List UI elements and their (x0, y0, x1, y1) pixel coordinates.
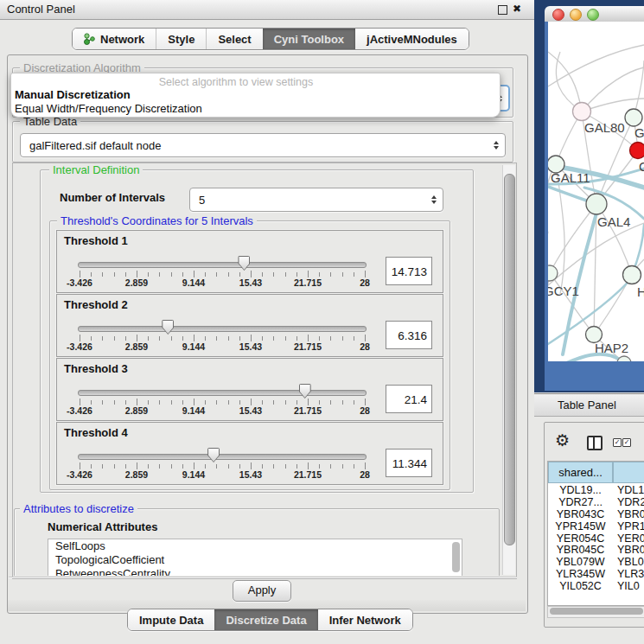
network-node-gal80[interactable] (573, 103, 591, 121)
column-header-name[interactable]: na (613, 462, 644, 483)
slider-tick-label: 2.859 (115, 341, 158, 352)
network-canvas[interactable]: GAL80GACGAL11GAL4GCY1HHAP2 (548, 22, 644, 361)
network-node-c[interactable] (630, 143, 644, 159)
network-window-titlebar[interactable] (545, 6, 644, 22)
table-horizontal-scrollbar[interactable] (547, 606, 644, 618)
form-scrollbar-thumb[interactable] (504, 174, 515, 545)
network-edge[interactable] (582, 67, 644, 112)
number-of-intervals-combobox[interactable]: 5 (189, 188, 443, 212)
slider-track[interactable] (78, 262, 367, 268)
slider-handle[interactable] (299, 384, 311, 399)
table-row[interactable]: YER054CYER0 (548, 532, 644, 545)
form-vertical-scrollbar[interactable] (502, 165, 515, 575)
top-tab-bar: NetworkStyleSelectCyni ToolboxjActiveMNo… (72, 28, 469, 50)
network-node-h[interactable] (623, 266, 641, 284)
table-cell-name[interactable]: YPR1 (613, 520, 644, 532)
table-cell-name[interactable]: YBL0 (613, 556, 644, 568)
checkbox-icon[interactable]: ✓ (622, 438, 631, 447)
slider-handle[interactable] (162, 320, 174, 335)
slider-handle[interactable] (238, 256, 250, 271)
table-row[interactable]: YBR045CYBR0 (548, 544, 644, 556)
slider-tick (262, 272, 263, 277)
table-cell-name[interactable]: YDL1 (613, 484, 644, 496)
slider-tick-label: 28 (343, 341, 386, 352)
threshold-value-field[interactable]: 11.344 (386, 449, 432, 477)
dropdown-option-equal-width-frequency-discretization[interactable]: Equal Width/Frequency Discretization (15, 102, 202, 115)
table-row[interactable]: YBR043CYBR0 (548, 508, 644, 520)
table-cell-name[interactable]: YIL0 (613, 580, 640, 592)
slider-tick (262, 464, 263, 469)
slider-tick (137, 399, 137, 405)
slider-track[interactable] (78, 326, 367, 332)
table-cell-name[interactable]: YDR2 (613, 496, 644, 508)
slider-tick (342, 464, 343, 469)
table-cell-shared-name[interactable]: YDR27... (548, 496, 613, 508)
table-cell-shared-name[interactable]: YLR345W (548, 568, 613, 580)
attribute-list-item[interactable]: BetweennessCentrality (48, 567, 462, 576)
table-row[interactable]: YDL19...YDL1 (548, 484, 644, 496)
split-columns-icon[interactable] (587, 436, 603, 450)
slider-track[interactable] (78, 390, 367, 396)
table-row[interactable]: YDR27...YDR2 (548, 496, 644, 508)
network-edge[interactable] (556, 52, 582, 112)
column-header-shared-name[interactable]: shared... (548, 462, 613, 483)
table-cell-shared-name[interactable]: YBR045C (548, 544, 613, 556)
network-node[interactable] (617, 356, 631, 361)
bottom-tab-infer-network[interactable]: Infer Network (318, 609, 412, 630)
bottom-tab-impute-data[interactable]: Impute Data (128, 609, 214, 630)
tab-label-network: Network (100, 33, 144, 46)
slider-tick (285, 272, 286, 277)
table-cell-shared-name[interactable]: YER054C (548, 532, 613, 545)
table-row[interactable]: YPR145WYPR1 (548, 520, 644, 532)
numerical-attributes-list[interactable]: SelfLoopsTopologicalCoefficientBetweenne… (48, 539, 462, 576)
table-cell-name[interactable]: YBR0 (613, 544, 644, 556)
network-node-gal4[interactable] (586, 194, 607, 214)
slider-tick (171, 336, 172, 341)
apply-button[interactable]: Apply (233, 580, 291, 602)
table-cell-shared-name[interactable]: YIL052C (548, 580, 613, 592)
table-cell-name[interactable]: YLR3 (613, 568, 644, 580)
gear-icon[interactable]: ⚙ (555, 430, 570, 450)
table-cell-shared-name[interactable]: YPR145W (548, 520, 613, 532)
table-cell-name[interactable]: YBR0 (613, 508, 644, 520)
tab-jactivemnodules[interactable]: jActiveMNodules (355, 29, 469, 49)
bottom-tab-discretize-data[interactable]: Discretize Data (214, 609, 317, 630)
float-window-icon[interactable] (498, 5, 507, 15)
table-data-combobox[interactable]: galFiltered.sif default node (20, 133, 506, 157)
checkbox-icon[interactable]: ✓ (613, 438, 622, 447)
threshold-value-field[interactable]: 6.316 (386, 321, 432, 349)
list-scrollbar-thumb[interactable] (452, 542, 460, 572)
table-row[interactable]: YBL079WYBL0 (548, 556, 644, 568)
table-row[interactable]: YLR345WYLR3 (548, 568, 644, 580)
table-cell-shared-name[interactable]: YBR043C (548, 508, 613, 520)
slider-tick (296, 336, 297, 341)
slider-tick (228, 464, 229, 469)
table-cell-shared-name[interactable]: YBL079W (548, 556, 613, 568)
tab-network[interactable]: Network (73, 29, 156, 49)
attribute-list-item[interactable]: TopologicalCoefficient (48, 553, 462, 567)
dropdown-option-manual-discretization[interactable]: Manual Discretization (15, 88, 131, 101)
table-hscrollbar-thumb[interactable] (550, 608, 643, 615)
tab-cyni-toolbox[interactable]: Cyni Toolbox (263, 29, 355, 49)
slider-handle[interactable] (207, 448, 220, 462)
tab-select[interactable]: Select (206, 29, 262, 49)
tab-style[interactable]: Style (156, 29, 206, 49)
mac-close-button[interactable] (552, 9, 564, 21)
attribute-list-item[interactable]: SelfLoops (48, 539, 462, 553)
network-node-ga[interactable] (625, 109, 642, 126)
mac-minimize-button[interactable] (570, 9, 582, 21)
threshold-value-field[interactable]: 21.4 (386, 385, 432, 413)
slider-tick (91, 336, 92, 341)
slider-tick (194, 335, 194, 341)
close-icon[interactable]: ✖ (513, 3, 521, 15)
network-edge[interactable] (548, 52, 582, 112)
table-cell-name[interactable]: YER0 (613, 532, 644, 545)
table-cell-shared-name[interactable]: YDL19... (548, 484, 613, 496)
slider-track[interactable] (78, 454, 367, 460)
slider-tick (216, 400, 217, 405)
threshold-label: Threshold 4 (64, 426, 128, 439)
threshold-value-field[interactable]: 14.713 (386, 257, 432, 285)
mac-zoom-button[interactable] (587, 9, 599, 21)
table-row[interactable]: YIL052CYIL0 (548, 580, 644, 592)
slider-tick-label: 15.43 (229, 405, 272, 416)
